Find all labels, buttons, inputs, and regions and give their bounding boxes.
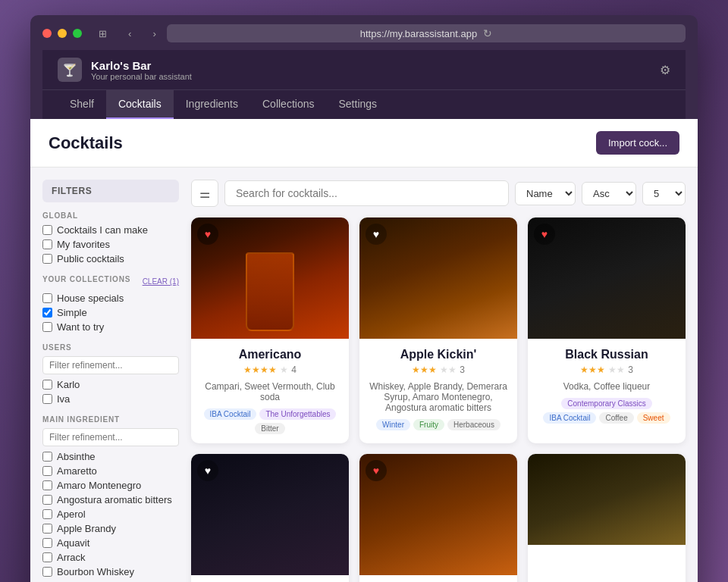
favorite-button-americano[interactable]: ♥	[197, 224, 218, 245]
card-rating-apple-kickin: ★★★★★ 3	[369, 365, 508, 375]
card-name-americano: Americano	[200, 348, 340, 361]
amaretto-label[interactable]: Amaretto	[57, 465, 97, 477]
favorite-button-black-russian[interactable]: ♥	[534, 224, 555, 245]
apple-brandy-label[interactable]: Apple Brandy	[57, 523, 116, 534]
amaro-label[interactable]: Amaro Montenegro	[57, 480, 141, 491]
settings-icon[interactable]: ⚙	[660, 63, 670, 77]
favorites-checkbox[interactable]	[42, 239, 52, 249]
apple-brandy-checkbox[interactable]	[42, 524, 52, 534]
filter-bourbon: Bourbon Whiskey	[42, 566, 179, 577]
nav-item-settings[interactable]: Settings	[326, 90, 389, 119]
users-filter-section: USERS Karlo Iva	[42, 343, 179, 405]
can-make-label[interactable]: Cocktails I can make	[57, 224, 148, 236]
favorites-label[interactable]: My favorites	[57, 239, 110, 250]
nav-item-shelf[interactable]: Shelf	[58, 90, 106, 119]
users-refinement-input[interactable]	[42, 356, 179, 374]
cocktail-card-bottom-left[interactable]: ♥ B... Bourbon IBA C...	[191, 454, 349, 582]
favorite-button-bottom-middle[interactable]: ♥	[366, 460, 387, 481]
aperol-label[interactable]: Aperol	[57, 508, 86, 520]
tag-fruity: Fruity	[413, 419, 444, 430]
filter-aquavit: Aquavit	[42, 537, 179, 549]
filter-toggle-button[interactable]: ⚌	[191, 180, 218, 207]
angostura-label[interactable]: Angostura aromatic bitters	[57, 494, 172, 505]
iva-label[interactable]: Iva	[57, 393, 70, 405]
forward-button[interactable]: ›	[148, 27, 160, 41]
public-label[interactable]: Public cocktails	[57, 253, 124, 264]
can-make-checkbox[interactable]	[42, 225, 52, 235]
stars-filled: ★★★	[580, 365, 605, 375]
ingredient-refinement-input[interactable]	[42, 428, 179, 446]
address-bar[interactable]: https://my.barassistant.app ↻	[167, 24, 686, 42]
nav-item-cocktails[interactable]: Cocktails	[106, 90, 174, 119]
sidebar-toggle-button[interactable]: ⊞	[94, 27, 111, 41]
maximize-dot[interactable]	[73, 29, 82, 38]
favorite-button-apple-kickin[interactable]: ♥	[366, 224, 387, 245]
card-image-black-russian: ♥	[528, 217, 686, 339]
aperol-checkbox[interactable]	[42, 509, 52, 519]
public-checkbox[interactable]	[42, 254, 52, 264]
filter-apple-brandy: Apple Brandy	[42, 523, 179, 534]
stars-empty: ★★	[608, 365, 625, 375]
absinthe-label[interactable]: Absinthe	[57, 451, 96, 462]
amaro-checkbox[interactable]	[42, 480, 52, 490]
iva-checkbox[interactable]	[42, 394, 52, 404]
browser-controls: ⊞ ‹ › https://my.barassistant.app ↻	[42, 24, 686, 42]
filter-want-to-try: Want to try	[42, 321, 179, 333]
want-to-try-checkbox[interactable]	[42, 322, 52, 332]
cocktails-main-area: ⚌ Name Rating Date Asc Desc 5 10	[191, 180, 686, 582]
cocktail-card-apple-kickin[interactable]: ♥ Apple Kickin' ★★★★★ 3 Whiskey, Apple B…	[359, 217, 517, 443]
users-section-title: USERS	[42, 343, 179, 352]
card-image-apple-kickin: ♥	[359, 217, 517, 339]
rating-count: 3	[628, 365, 633, 375]
absinthe-checkbox[interactable]	[42, 452, 52, 462]
tag-coffee: Coffee	[599, 412, 633, 424]
cocktail-card-bottom-middle[interactable]: ♥	[359, 454, 517, 582]
sort-select[interactable]: Name Rating Date	[515, 182, 576, 205]
rating-count: 4	[291, 365, 297, 375]
cocktail-card-black-russian[interactable]: ♥ Black Russian ★★★★★ 3 Vodka, Coffee li…	[528, 217, 686, 443]
amaretto-checkbox[interactable]	[42, 466, 52, 476]
karlo-label[interactable]: Karlo	[57, 379, 80, 390]
search-input[interactable]	[224, 180, 509, 206]
back-button[interactable]: ‹	[124, 27, 136, 41]
import-button[interactable]: Import cock...	[596, 131, 679, 155]
filter-iva: Iva	[42, 393, 179, 405]
house-specials-label[interactable]: House specials	[57, 293, 124, 304]
tag-herbaceous: Herbaceous	[447, 419, 500, 430]
angostura-checkbox[interactable]	[42, 495, 52, 505]
karlo-checkbox[interactable]	[42, 380, 52, 390]
tag-sweet: Sweet	[637, 412, 670, 424]
page-title: Cocktails	[49, 133, 123, 153]
favorite-button-bottom-left[interactable]: ♥	[197, 460, 218, 481]
order-select[interactable]: Asc Desc	[582, 182, 636, 205]
card-rating-americano: ★★★★★ 4	[200, 365, 340, 375]
url-text: https://my.barassistant.app	[360, 28, 477, 39]
tag-iba2: IBA Cocktail	[543, 412, 596, 424]
arrack-label[interactable]: Arrack	[57, 552, 86, 563]
filter-favorites: My favorites	[42, 239, 179, 250]
nav-item-ingredients[interactable]: Ingredients	[174, 90, 250, 119]
want-to-try-label[interactable]: Want to try	[57, 321, 104, 333]
simple-checkbox[interactable]	[42, 308, 52, 318]
cocktail-card-americano[interactable]: ♥ Americano ★★★★★ 4 Campari, Sweet Vermo…	[191, 217, 349, 443]
minimize-dot[interactable]	[58, 29, 67, 38]
arrack-checkbox[interactable]	[42, 552, 52, 562]
cocktail-card-bottom-right[interactable]	[528, 454, 686, 582]
bourbon-checkbox[interactable]	[42, 567, 52, 577]
card-name-apple-kickin: Apple Kickin'	[369, 348, 508, 361]
filters-panel: FILTERS GLOBAL Cocktails I can make My f…	[42, 180, 179, 582]
tag-contemporary: Contemporary Classics	[561, 398, 651, 409]
global-section-title: GLOBAL	[42, 211, 179, 220]
nav-item-collections[interactable]: Collections	[250, 90, 326, 119]
house-specials-checkbox[interactable]	[42, 293, 52, 303]
bourbon-label[interactable]: Bourbon Whiskey	[57, 566, 134, 577]
aquavit-label[interactable]: Aquavit	[57, 537, 89, 549]
simple-label[interactable]: Simple	[57, 307, 87, 318]
close-dot[interactable]	[42, 29, 52, 38]
main-content: Cocktails Import cock... FILTERS GLOBAL …	[30, 119, 698, 582]
stars-empty: ★	[280, 365, 288, 375]
refresh-icon[interactable]: ↻	[483, 27, 492, 39]
clear-collections-link[interactable]: CLEAR (1)	[143, 277, 179, 286]
per-page-select[interactable]: 5 10 25	[642, 182, 686, 205]
aquavit-checkbox[interactable]	[42, 538, 52, 548]
